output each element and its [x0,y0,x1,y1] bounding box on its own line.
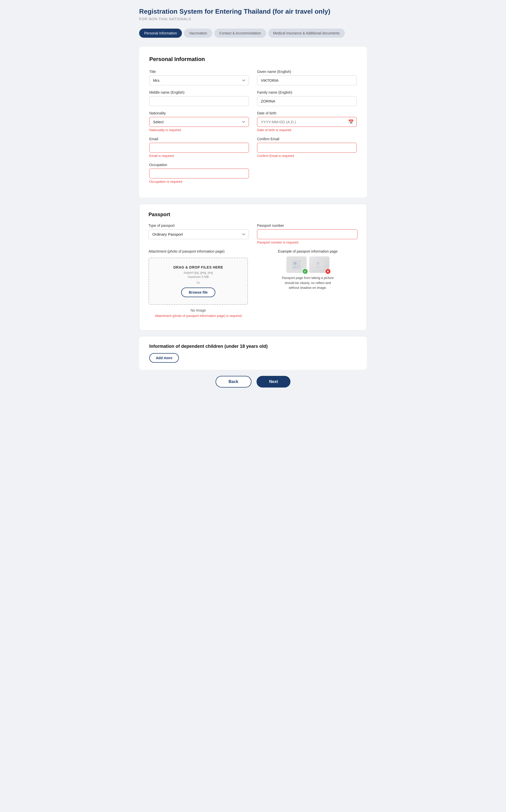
svg-point-8 [316,262,319,264]
group-passport-example: Example of passport information page [258,249,357,290]
nationality-label: Nationality [149,111,249,115]
group-email: Email Email is required [149,137,249,158]
row-email-confirm: Email Email is required Confirm Email Co… [149,137,357,158]
passport-type-select[interactable]: Ordinary Passport Official Passport Dipl… [149,229,249,239]
dependent-children-section: Information of dependent children (under… [139,337,367,370]
attachment-error: Attachment (photo of passport informatio… [149,314,248,318]
middle-name-label: Middle name (English) [149,90,249,94]
title-select[interactable]: Mrs. Mr. Ms. Dr. [149,75,249,85]
passport-example-bad: ✕ [309,256,329,273]
passport-number-input[interactable] [257,229,357,239]
dropzone-support: support jpg, jpeg, png [154,271,242,274]
row-passport-type-number: Type of passport Ordinary Passport Offic… [149,224,357,244]
passport-example-good: ✓ [286,256,307,273]
row-nationality-dob: Nationality Select Nationality is requir… [149,111,357,132]
passport-section: Passport Type of passport Ordinary Passp… [139,204,367,331]
confirm-email-error: Confirm Email is required [257,154,357,158]
email-label: Email [149,137,249,141]
good-badge: ✓ [302,268,308,274]
group-passport-number: Passport number Passport number is requi… [257,224,357,244]
svg-rect-5 [297,266,300,267]
bad-badge: ✕ [325,268,331,274]
page-title: Registration System for Entering Thailan… [139,8,367,15]
occupation-error: Occupation is required [149,180,249,183]
row-attachment-example: Attachment (photo of passport informatio… [149,249,357,318]
group-middle-name: Middle name (English) [149,90,249,106]
group-title: Title Mrs. Mr. Ms. Dr. [149,70,249,85]
nationality-select[interactable]: Select [149,117,249,127]
step-contact-accommodation[interactable]: Contact & Accommodation [214,28,266,38]
step-vaccination[interactable]: Vaccination [184,28,212,38]
svg-rect-10 [316,267,319,268]
page-subtitle: FOR NON-THAI NATIONALS [139,17,367,21]
personal-information-section: Personal Information Title Mrs. Mr. Ms. … [139,47,367,198]
step-medical-insurance[interactable]: Medical insurance & Additional documents [268,28,345,38]
example-desc: Passport page from taking a picture shou… [280,275,336,290]
dob-label: Date of birth [257,111,357,115]
attachment-label: Attachment (photo of passport informatio… [149,249,248,253]
group-occupation: Occupation Occupation is required [149,163,249,183]
step-personal-information[interactable]: Personal Information [139,28,182,38]
group-family-name: Family name (English) [257,90,357,106]
add-more-button[interactable]: Add more [149,353,179,363]
svg-rect-2 [293,266,297,267]
example-title: Example of passport information page [278,249,338,253]
middle-name-input[interactable] [149,96,249,106]
dropzone-or: Or [154,281,242,285]
group-nationality: Nationality Select Nationality is requir… [149,111,249,132]
group-attachment: Attachment (photo of passport informatio… [149,249,248,318]
dropzone-title: DRAG & DROP FILES HERE [154,265,242,269]
action-row: Back Next [139,376,367,388]
nationality-error: Nationality is required [149,128,249,132]
group-dob: Date of birth 📅 Date of birth is require… [257,111,357,132]
row-title-given: Title Mrs. Mr. Ms. Dr. Given name (Engli… [149,70,357,85]
svg-rect-3 [293,267,296,268]
confirm-email-label: Confirm Email [257,137,357,141]
passport-number-error: Passport number is required [257,240,357,244]
group-passport-type: Type of passport Ordinary Passport Offic… [149,224,249,244]
passport-number-label: Passport number [257,224,357,228]
confirm-email-input[interactable] [257,143,357,153]
section-title-personal: Personal Information [149,56,357,63]
dob-error: Date of birth is required [257,128,357,132]
next-button[interactable]: Next [257,376,291,388]
given-name-label: Given name (English) [257,70,357,74]
svg-point-1 [293,262,296,264]
title-label: Title [149,70,249,74]
passport-section-title: Passport [149,212,357,218]
passport-type-label: Type of passport [149,224,249,228]
given-name-input[interactable] [257,75,357,85]
back-button[interactable]: Back [216,376,251,388]
dob-input[interactable] [257,117,357,127]
passport-example-images: ✓ ✕ [286,256,329,273]
email-error: Email is required [149,154,249,158]
dropzone-max: maximum 5 MB [154,275,242,279]
family-name-label: Family name (English) [257,90,357,94]
svg-rect-4 [297,265,300,266]
no-image-text: No Image [149,308,248,312]
occupation-input[interactable] [149,169,249,178]
row-middle-family: Middle name (English) Family name (Engli… [149,90,357,106]
group-given-name: Given name (English) [257,70,357,85]
email-input[interactable] [149,143,249,153]
svg-rect-9 [316,266,320,267]
dep-children-title: Information of dependent children (under… [149,344,357,349]
dob-wrapper: 📅 [257,117,357,127]
family-name-input[interactable] [257,96,357,106]
browse-file-button[interactable]: Browse file [181,288,215,297]
stepper: Personal Information Vaccination Contact… [139,28,367,38]
dropzone[interactable]: DRAG & DROP FILES HERE support jpg, jpeg… [149,258,248,305]
occupation-label: Occupation [149,163,249,167]
svg-rect-6 [297,267,300,268]
row-occupation: Occupation Occupation is required [149,163,357,183]
group-confirm-email: Confirm Email Confirm Email is required [257,137,357,158]
